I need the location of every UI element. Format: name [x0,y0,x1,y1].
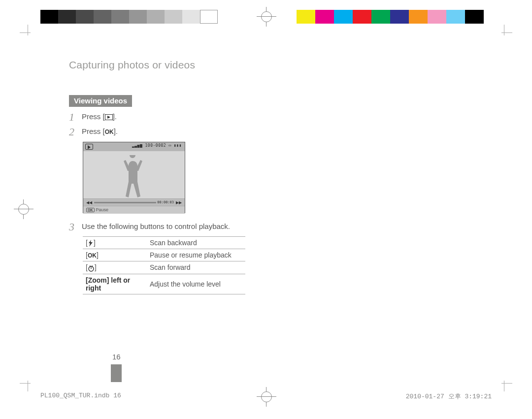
control-key-cell: [] [83,261,147,274]
color-swatch [315,10,334,24]
progress-track [94,202,156,203]
table-row: [OK]Pause or resume playback [83,249,245,261]
color-swatch [76,10,94,24]
table-row: []Scan forward [83,261,245,274]
control-desc-cell: Pause or resume playback [147,249,245,261]
page-tab [111,364,122,382]
crop-mark-icon [20,375,36,391]
table-row: []Scan backward [83,237,245,249]
color-swatch [111,10,129,24]
step-text: Use the following buttons to control pla… [82,221,230,233]
step-text: ]. [113,112,117,121]
svg-marker-2 [89,240,93,247]
color-swatch [165,10,182,24]
steps-list: 1 Press []. 2 Press [OK]. [69,111,276,140]
step-text: Press [ [82,127,105,135]
step-2: 2 Press [OK]. [69,126,276,138]
control-desc-cell: Adjust the volume level [147,274,245,294]
rewind-icon: ◀◀ [86,200,92,205]
hint-label: Pause [96,207,109,212]
svg-line-6 [92,266,93,266]
footer-timestamp: 2010-01-27 오후 3:19:21 [406,392,492,401]
color-swatch [390,10,409,24]
crop-mark-icon [496,375,512,391]
play-indicator-icon [85,144,93,150]
registration-mark-icon [14,199,33,219]
color-swatch [297,10,315,24]
step-number: 1 [69,111,82,124]
fast-forward-icon: ▶▶ [176,200,182,205]
step-3: 3 Use the following buttons to control p… [69,221,230,233]
color-swatch [353,10,371,24]
svg-line-5 [90,266,91,266]
table-row: [Zoom] left or rightAdjust the volume le… [83,274,245,294]
color-swatch [428,10,446,24]
crop-mark-icon [496,25,512,41]
crop-mark-icon [20,25,36,41]
ok-icon: OK [86,208,95,212]
footer-filename: PL100_QSM_TUR.indb 16 [40,392,121,399]
person-silhouette-icon [118,155,147,198]
step-text: Press [ [82,112,105,121]
color-swatch [200,10,218,24]
step-text: ]. [114,127,118,135]
color-swatch [371,10,390,24]
step-number: 3 [69,221,82,233]
page-title: Capturing photos or videos [69,59,195,71]
color-swatch [334,10,353,24]
color-swatch [465,10,484,24]
color-swatch [40,10,58,24]
color-swatch [94,10,111,24]
registration-mark-icon [257,7,276,27]
color-swatch [129,10,147,24]
controls-table: []Scan backward[OK]Pause or resume playb… [83,236,245,294]
file-meta: ▂▃▅▆ 100-0002 ▭ ▮▮▮ [132,143,182,148]
svg-marker-1 [107,116,110,119]
elapsed-time: 00:00:03 [157,200,174,204]
step-number: 2 [69,126,82,138]
control-key-cell: [] [83,237,147,249]
page-number: 16 [112,353,121,361]
step-1: 1 Press []. [69,111,276,124]
playback-button-icon [105,113,113,122]
color-swatch [409,10,428,24]
video-playback-screen: ▂▃▅▆ 100-0002 ▭ ▮▮▮ ◀◀ 00:00:03 ▶▶ OKPau… [83,142,185,213]
control-key-cell: [OK] [83,249,147,261]
color-swatch [446,10,465,24]
control-desc-cell: Scan forward [147,261,245,274]
control-desc-cell: Scan backward [147,237,245,249]
color-swatch [58,10,76,24]
control-key-cell: [Zoom] left or right [83,274,147,294]
section-label: Viewing videos [69,95,132,107]
color-swatch [147,10,165,24]
color-swatch [182,10,200,24]
registration-mark-icon [257,387,276,407]
ok-icon: OK [105,129,114,135]
